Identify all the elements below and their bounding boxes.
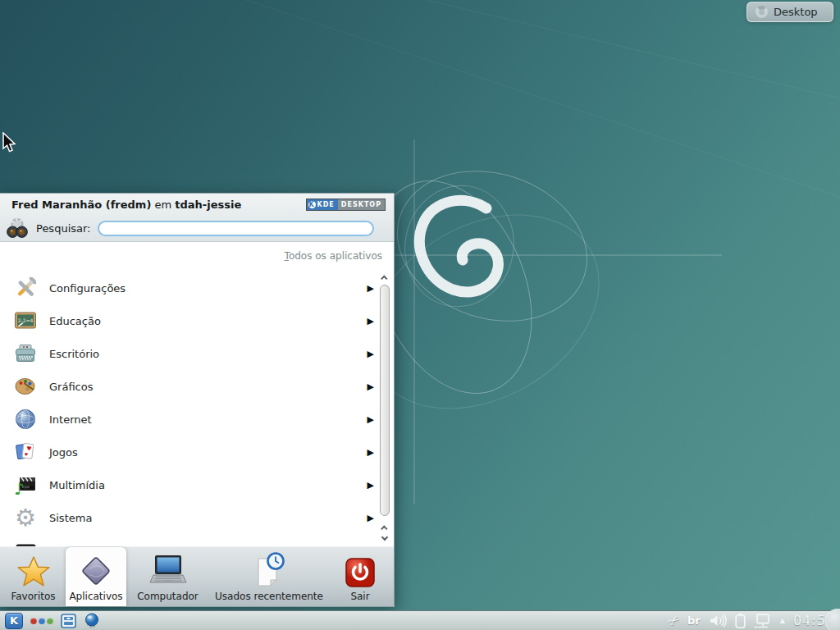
category-multimidia[interactable]: 2|3|5 ♪ Multimídia ▶	[0, 468, 394, 501]
tab-label: Usados recentemente	[215, 591, 323, 602]
kickoff-menu: Fred Maranhão (fredm) em tdah-jessie K K…	[0, 193, 395, 607]
tab-label: Sair	[350, 591, 369, 602]
category-label: Multimídia	[49, 479, 105, 491]
badge-kde-label: KDE	[317, 199, 335, 210]
battery-icon[interactable]	[735, 613, 746, 628]
kde-logo-icon: K	[10, 614, 18, 627]
gear-icon: ⚙	[13, 505, 38, 530]
search-input[interactable]	[98, 221, 375, 236]
paint-palette-icon	[13, 374, 38, 399]
taskbar: K ✂ br	[0, 610, 840, 630]
badge-desktop-section: DESKTOP	[338, 199, 385, 210]
list-scrollbar[interactable]	[379, 273, 390, 541]
panel-cashew-icon[interactable]	[825, 609, 840, 630]
category-label: Internet	[49, 413, 92, 426]
submenu-arrow-icon: ▶	[368, 381, 374, 392]
submenu-arrow-icon: ▶	[368, 414, 374, 425]
kickoff-title: Fred Maranhão (fredm) em tdah-jessie	[11, 199, 241, 211]
kickoff-launcher-button[interactable]: K	[5, 613, 23, 629]
binoculars-search-icon	[5, 216, 30, 240]
laptop-icon	[148, 551, 189, 589]
breadcrumb-all-applications[interactable]: Todos os aplicativos	[285, 250, 382, 262]
category-utilitarios[interactable]: Utilitários ▶	[0, 534, 394, 546]
desktop-screen: Desktop Fred Maranhão (fredm) em tdah-je…	[0, 0, 840, 630]
tab-favoritos[interactable]: Favoritos	[1, 547, 66, 606]
tab-sair[interactable]: Sair	[329, 547, 391, 606]
recent-document-clock-icon	[250, 551, 288, 589]
kickoff-header: Fred Maranhão (fredm) em tdah-jessie K K…	[0, 194, 394, 242]
category-label: Gráficos	[49, 381, 93, 393]
system-tray: ✂ br ▲ 04:58	[669, 613, 835, 628]
chalkboard-icon: 2-2=4	[13, 308, 38, 333]
plasma-cashew-icon	[756, 6, 768, 18]
debian-swirl	[419, 200, 498, 291]
category-sistema[interactable]: ⚙ Sistema ▶	[0, 501, 394, 534]
category-configuracoes[interactable]: Configurações ▶	[0, 272, 394, 304]
submenu-arrow-icon: ▶	[368, 513, 374, 523]
title-connector: em	[151, 199, 175, 211]
kde-gear-icon: K	[308, 201, 316, 208]
badge-desktop-label: DESKTOP	[341, 199, 381, 210]
keyboard-layout-indicator[interactable]: br	[687, 614, 701, 627]
kickoff-tab-bar: Favoritos Aplicativos	[0, 546, 394, 606]
drawer-icon	[13, 538, 38, 546]
volume-icon[interactable]	[709, 614, 727, 628]
category-jogos[interactable]: ♥ ♥ Jogos ▶	[0, 436, 394, 468]
blue-sphere-gear-icon[interactable]	[84, 613, 100, 628]
category-internet[interactable]: Internet ▶	[0, 403, 394, 436]
tab-usados-recentemente[interactable]: Usados recentemente	[209, 547, 329, 606]
category-graficos[interactable]: Gráficos ▶	[0, 370, 394, 403]
tab-aplicativos[interactable]: Aplicativos	[66, 547, 126, 606]
scroll-down-icon[interactable]	[379, 532, 390, 541]
badge-kde-section: K KDE	[307, 199, 338, 210]
activities-dots-icon[interactable]	[30, 618, 53, 624]
category-label: Configurações	[49, 282, 126, 294]
diamond-apps-icon	[78, 551, 114, 589]
search-label: Pesquisar:	[36, 222, 91, 235]
mouse-cursor-icon	[2, 132, 18, 158]
category-label: Educação	[49, 315, 101, 327]
typewriter-icon	[13, 341, 38, 366]
tab-label: Aplicativos	[69, 591, 122, 602]
clapperboard-note-icon: 2|3|5 ♪	[13, 472, 38, 497]
submenu-arrow-icon: ▶	[368, 447, 374, 458]
crossed-tools-icon	[13, 276, 38, 300]
search-row: Pesquisar:	[0, 215, 394, 241]
category-label: Utilitários	[49, 545, 100, 547]
submenu-arrow-icon: ▶	[368, 546, 374, 547]
user-name: Fred Maranhão (fredm)	[11, 199, 151, 211]
tab-computador[interactable]: Computador	[126, 547, 209, 606]
svg-text:2-2=4: 2-2=4	[18, 317, 34, 323]
power-icon	[344, 551, 377, 589]
kde-desktop-badge: K KDE DESKTOP	[306, 199, 386, 211]
star-icon	[16, 551, 51, 589]
toolbox-label: Desktop	[774, 6, 818, 18]
playing-cards-icon: ♥ ♥	[13, 440, 38, 464]
klipper-scissors-icon[interactable]: ✂	[664, 611, 682, 630]
globe-icon	[13, 407, 38, 431]
scroll-up-icon[interactable]	[379, 523, 390, 532]
category-label: Sistema	[49, 512, 92, 524]
submenu-arrow-icon: ▶	[368, 283, 374, 294]
scroll-up-icon[interactable]	[379, 273, 390, 282]
submenu-arrow-icon: ▶	[368, 316, 374, 326]
tab-label: Favoritos	[11, 591, 55, 602]
svg-text:♪: ♪	[14, 479, 25, 497]
host-name: tdah-jessie	[175, 199, 241, 211]
network-monitor-icon[interactable]	[754, 614, 772, 628]
desktop-toolbox[interactable]: Desktop	[746, 2, 833, 22]
drawer-launcher-icon[interactable]	[61, 614, 76, 628]
category-educacao[interactable]: 2-2=4 Educação ▶	[0, 304, 394, 337]
applications-list: Todos os aplicativos Configurações ▶	[0, 242, 394, 546]
category-label: Escritório	[49, 348, 99, 360]
submenu-arrow-icon: ▶	[368, 480, 374, 491]
category-label: Jogos	[49, 446, 78, 459]
scrollbar-thumb[interactable]	[380, 285, 390, 516]
tray-expander-arrow-icon[interactable]: ▲	[780, 617, 785, 624]
category-escritorio[interactable]: Escritório ▶	[0, 337, 394, 370]
submenu-arrow-icon: ▶	[368, 349, 374, 359]
tab-label: Computador	[137, 591, 199, 602]
